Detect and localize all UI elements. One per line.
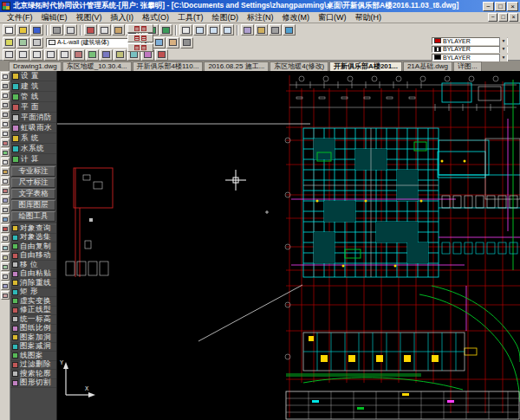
- drawing-tab[interactable]: 详图...: [453, 61, 482, 71]
- xline-icon[interactable]: [1, 81, 10, 90]
- text-tool-button[interactable]: [86, 49, 99, 61]
- menu-item[interactable]: 编辑(E): [37, 12, 72, 23]
- open-button[interactable]: [16, 24, 29, 36]
- menu-item[interactable]: 修改(M): [278, 12, 315, 23]
- array-icon[interactable]: [1, 262, 10, 271]
- redo-button[interactable]: [159, 24, 172, 36]
- palette-item[interactable]: 尺寸标注: [11, 178, 55, 188]
- ellipse-icon[interactable]: [1, 158, 10, 166]
- palette-item[interactable]: 计 算: [10, 154, 56, 165]
- rectangle-icon[interactable]: [1, 110, 10, 119]
- menu-item[interactable]: 视图(V): [72, 12, 107, 23]
- new-button[interactable]: [3, 24, 16, 36]
- drawing-tab[interactable]: 21A基础.dwg: [403, 61, 452, 71]
- spline-icon[interactable]: [1, 148, 10, 157]
- rectangle-tool-button[interactable]: [58, 49, 71, 61]
- table-icon[interactable]: [1, 205, 10, 214]
- palette-item[interactable]: 专业标注: [11, 166, 55, 177]
- layer-freeze-button[interactable]: [153, 37, 166, 48]
- drawing-canvas[interactable]: Y X: [57, 71, 520, 420]
- menu-item[interactable]: 标注(N): [243, 12, 278, 23]
- arc-tool-button[interactable]: [44, 49, 57, 61]
- layer-manager-button[interactable]: [3, 37, 16, 48]
- menu-item[interactable]: 绘图(D): [208, 12, 244, 23]
- lineweight-combo[interactable]: BYLAYER ▼: [432, 54, 508, 61]
- color-combo[interactable]: BYLAYER ▼: [432, 37, 508, 45]
- rotate-icon[interactable]: [1, 281, 10, 290]
- mirror-icon[interactable]: [1, 243, 10, 252]
- quick-command-button[interactable]: [127, 43, 153, 52]
- layer-states-button[interactable]: [16, 37, 29, 48]
- drawing-tab[interactable]: Drawing1.dwg: [9, 61, 62, 71]
- layer-lock-button[interactable]: [166, 37, 179, 48]
- circle-tool-button[interactable]: [30, 49, 43, 61]
- palette-item[interactable]: 图库图层: [11, 200, 55, 210]
- move-icon[interactable]: [1, 272, 10, 281]
- move-tool-button[interactable]: [114, 49, 127, 61]
- revision-cloud-icon[interactable]: [1, 139, 10, 147]
- zoom-previous-button[interactable]: [221, 24, 234, 36]
- offset-icon[interactable]: [1, 253, 10, 262]
- erase-tool-button[interactable]: [155, 49, 168, 61]
- circle-icon[interactable]: [1, 129, 10, 138]
- drawing-tab[interactable]: 开新俱乐部4楼110...: [133, 61, 204, 71]
- save-button[interactable]: [30, 24, 43, 36]
- hatch-tool-button[interactable]: [72, 49, 85, 61]
- palette-item[interactable]: 平 面: [10, 102, 56, 113]
- child-restore-button[interactable]: □: [498, 13, 508, 22]
- menu-item[interactable]: 窗口(W): [314, 12, 351, 23]
- hatch-icon[interactable]: [1, 186, 10, 195]
- point-icon[interactable]: [1, 177, 10, 185]
- linetype-combo[interactable]: BYLAYER ▼: [432, 46, 508, 54]
- palette-item[interactable]: 设 置: [10, 71, 56, 81]
- menu-item[interactable]: 格式(O): [138, 12, 173, 23]
- menu-item[interactable]: 工具(T): [173, 12, 208, 23]
- maximize-button[interactable]: □: [495, 2, 506, 11]
- close-button[interactable]: ×: [507, 2, 518, 11]
- palette-item[interactable]: 虹吸雨水: [10, 123, 56, 133]
- menu-item[interactable]: 帮助(H): [351, 12, 387, 23]
- chevron-down-icon[interactable]: ▼: [499, 54, 507, 61]
- copy-object-icon[interactable]: [1, 234, 10, 242]
- drawing-tab[interactable]: 东区地暖4(修改): [270, 61, 328, 71]
- layer-off-button[interactable]: [180, 37, 193, 48]
- menu-item[interactable]: 文件(F): [3, 12, 37, 23]
- pan-button[interactable]: [179, 24, 192, 36]
- chevron-down-icon[interactable]: ▼: [499, 37, 507, 45]
- palette-item[interactable]: 系 统: [10, 133, 56, 144]
- child-minimize-button[interactable]: −: [488, 13, 497, 22]
- quick-command-button[interactable]: [127, 24, 153, 33]
- menu-item[interactable]: 插入(I): [107, 12, 139, 23]
- toolbox-button[interactable]: [269, 24, 282, 36]
- palette-item[interactable]: 平面消防: [10, 113, 56, 123]
- zoom-realtime-button[interactable]: [193, 24, 206, 36]
- palette-item[interactable]: 绘图工具: [11, 211, 55, 222]
- chevron-down-icon[interactable]: ▼: [499, 45, 507, 53]
- erase-icon[interactable]: [1, 224, 10, 233]
- region-icon[interactable]: [1, 196, 10, 204]
- dimension-tool-button[interactable]: [100, 49, 113, 61]
- plot-button[interactable]: [50, 24, 63, 36]
- designcenter-button[interactable]: [255, 24, 268, 36]
- mtext-icon[interactable]: [1, 215, 10, 223]
- polyline-tool-button[interactable]: [16, 49, 29, 61]
- drawing-tab[interactable]: 2016.08.25 施工...: [204, 61, 269, 71]
- line-icon[interactable]: [1, 72, 10, 81]
- drawing-tab[interactable]: 东区地暖_10.30.4...: [62, 61, 132, 71]
- arc-icon[interactable]: [1, 120, 10, 128]
- print-preview-button[interactable]: [64, 24, 77, 36]
- line-tool-button[interactable]: [3, 49, 16, 61]
- paste-button[interactable]: [112, 24, 125, 36]
- polygon-icon[interactable]: [1, 100, 10, 109]
- copy-button[interactable]: [98, 24, 111, 36]
- polyline-icon[interactable]: [1, 91, 10, 100]
- palette-item[interactable]: 水系统: [10, 144, 56, 154]
- palette-item[interactable]: 管 线: [10, 92, 56, 102]
- zoom-window-button[interactable]: [207, 24, 220, 36]
- palette-item[interactable]: 建 筑: [10, 81, 56, 92]
- scale-icon[interactable]: [1, 291, 10, 300]
- make-current-layer-button[interactable]: [30, 37, 43, 48]
- child-close-button[interactable]: ×: [509, 13, 518, 22]
- insert-block-icon[interactable]: [1, 167, 10, 176]
- cut-button[interactable]: [84, 24, 97, 36]
